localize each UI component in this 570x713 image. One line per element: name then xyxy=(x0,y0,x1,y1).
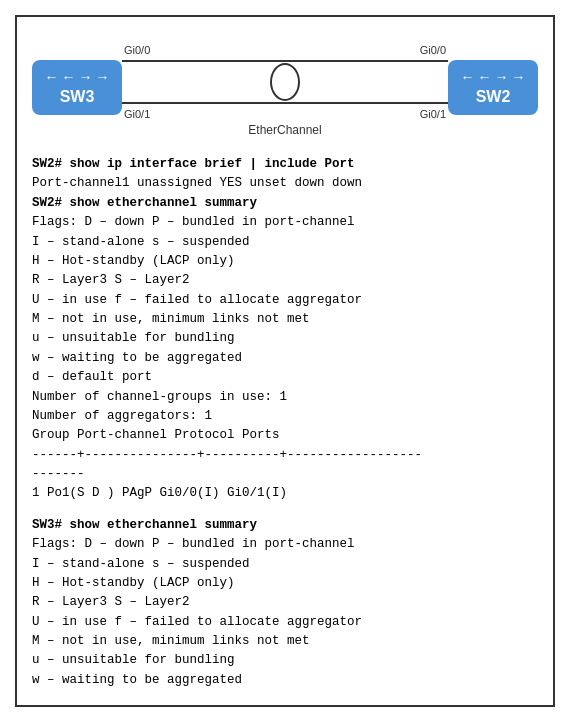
line-bottom xyxy=(122,102,448,104)
sw3-flags-R: R – Layer3 S – Layer2 xyxy=(32,593,538,612)
sw2-group-header: Group Port-channel Protocol Ports xyxy=(32,426,538,445)
arrow-right: → xyxy=(79,69,93,85)
sw2-switch: ← ← → → SW2 xyxy=(448,60,538,115)
sw2-arrows: ← ← → → xyxy=(461,69,526,85)
sw2-flags-I: I – stand-alone s – suspended xyxy=(32,233,538,252)
sw3-flags-I: I – stand-alone s – suspended xyxy=(32,555,538,574)
sw3-arrows: ← ← → → xyxy=(45,69,110,85)
sw2-flags-d: d – default port xyxy=(32,368,538,387)
sw2-flags-header: Flags: D – down P – bundled in port-chan… xyxy=(32,213,538,232)
sw3-flags-w: w – waiting to be aggregated xyxy=(32,671,538,690)
sw2-label: SW2 xyxy=(476,88,511,106)
sw2-num-groups: Number of channel-groups in use: 1 xyxy=(32,388,538,407)
arrow-l2: ← xyxy=(478,69,492,85)
oval-connector xyxy=(270,63,300,101)
network-diagram: ← ← → → SW3 Gi0/0 Gi0/1 Gi0 xyxy=(32,27,538,137)
sw3-flags-M: M – not in use, minimum links not met xyxy=(32,632,538,651)
arrow-left2: ← xyxy=(62,69,76,85)
main-container: ← ← → → SW3 Gi0/0 Gi0/1 Gi0 xyxy=(15,15,555,707)
sw2-separator2: ------- xyxy=(32,465,538,484)
sw3-cmd1: SW3# show etherchannel summary xyxy=(32,518,257,532)
sw3-output: SW3# show etherchannel summary Flags: D … xyxy=(32,516,538,690)
sw2-flags-w: w – waiting to be aggregated xyxy=(32,349,538,368)
arrow-right2: → xyxy=(96,69,110,85)
sw3-flags-H: H – Hot-standby (LACP only) xyxy=(32,574,538,593)
connection-area: Gi0/0 Gi0/1 Gi0/0 Gi0/1 EtherChannel xyxy=(122,27,448,137)
sw2-cmd1: SW2# show ip interface brief | include P… xyxy=(32,157,355,171)
sw2-flags-u: u – unsuitable for bundling xyxy=(32,329,538,348)
sw2-separator1: ------+---------------+----------+------… xyxy=(32,446,538,465)
sw2-table-row: 1 Po1(S D ) PAgP Gi0/0(I) Gi0/1(I) xyxy=(32,484,538,503)
sw2-gi00-label: Gi0/0 xyxy=(420,44,446,56)
sw3-label: SW3 xyxy=(60,88,95,106)
sw3-gi00-label: Gi0/0 xyxy=(124,44,150,56)
sw3-flags-u: u – unsuitable for bundling xyxy=(32,651,538,670)
sw2-num-agg: Number of aggregators: 1 xyxy=(32,407,538,426)
sw3-switch: ← ← → → SW3 xyxy=(32,60,122,115)
sw2-output: SW2# show ip interface brief | include P… xyxy=(32,155,538,504)
arrow-left: ← xyxy=(45,69,59,85)
sw2-gi01-label: Gi0/1 xyxy=(420,108,446,120)
arrow-l1: ← xyxy=(461,69,475,85)
sw3-flags-header: Flags: D – down P – bundled in port-chan… xyxy=(32,535,538,554)
sw2-flags-H: H – Hot-standby (LACP only) xyxy=(32,252,538,271)
sw2-flags-U: U – in use f – failed to allocate aggreg… xyxy=(32,291,538,310)
sw2-flags-R: R – Layer3 S – Layer2 xyxy=(32,271,538,290)
sw2-cmd2: SW2# show etherchannel summary xyxy=(32,196,257,210)
sw3-flags-U: U – in use f – failed to allocate aggreg… xyxy=(32,613,538,632)
sw2-flags-M: M – not in use, minimum links not met xyxy=(32,310,538,329)
arrow-r1: → xyxy=(495,69,509,85)
sw2-line1: Port-channel1 unassigned YES unset down … xyxy=(32,174,538,193)
line-top xyxy=(122,60,448,62)
arrow-r2: → xyxy=(512,69,526,85)
etherchannel-label: EtherChannel xyxy=(248,123,321,137)
sw3-gi01-label: Gi0/1 xyxy=(124,108,150,120)
